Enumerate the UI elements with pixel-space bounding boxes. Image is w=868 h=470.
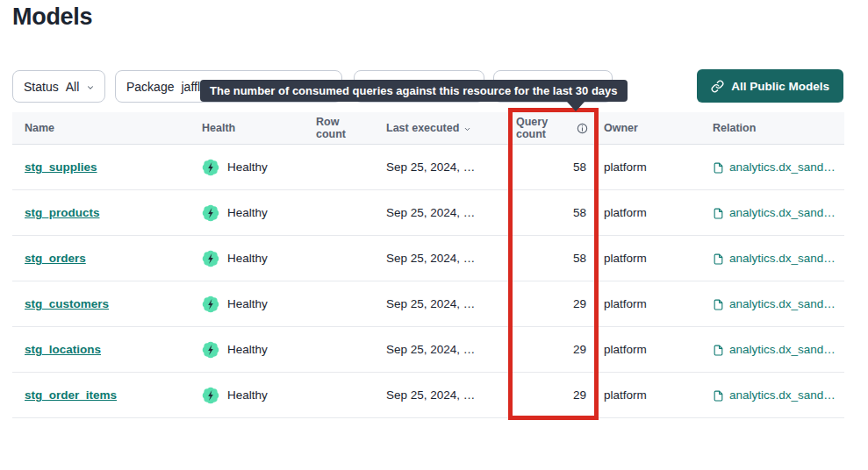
table-row: stg_order_items Healthy Sep 25, 2024, … (12, 373, 844, 418)
last-executed-value: Sep 25, 2024, … (370, 252, 514, 265)
model-name-link[interactable]: stg_supplies (25, 160, 97, 174)
health-label: Healthy (227, 252, 268, 265)
last-executed-value: Sep 25, 2024, … (370, 206, 514, 219)
last-executed-value: Sep 25, 2024, … (370, 343, 514, 356)
status-filter-dropdown[interactable]: Status All (12, 70, 105, 103)
healthy-badge-icon (202, 159, 219, 176)
column-header-relation: Relation (695, 122, 844, 134)
table-row: stg_locations Healthy Sep 25, 2024, … (12, 327, 844, 373)
relation-link[interactable]: analytics.dx_sand… (729, 388, 836, 402)
file-icon (713, 207, 724, 220)
relation-link[interactable]: analytics.dx_sand… (729, 343, 836, 356)
all-public-models-button[interactable]: All Public Models (697, 69, 843, 103)
health-label: Healthy (227, 160, 268, 174)
table-row: stg_products Healthy Sep 25, 2024, … (12, 190, 844, 236)
owner-value: platform (588, 343, 695, 356)
table-header-row: Name Health Row count Last executed Quer… (12, 112, 844, 145)
relation-link[interactable]: analytics.dx_sand… (729, 206, 836, 219)
query-count-value: 29 (514, 343, 588, 356)
health-label: Healthy (227, 388, 268, 402)
table-body: stg_supplies Healthy Sep 25, 2024, … (12, 145, 844, 418)
table-row: stg_orders Healthy Sep 25, 2024, … 5 (12, 236, 844, 281)
relation-link[interactable]: analytics.dx_sand… (729, 252, 836, 265)
model-name-link[interactable]: stg_order_items (25, 388, 117, 402)
package-filter-label: Package (126, 80, 174, 94)
file-icon (713, 389, 724, 402)
owner-value: platform (588, 297, 695, 310)
health-label: Healthy (227, 297, 268, 310)
owner-value: platform (588, 160, 695, 174)
file-icon (713, 161, 724, 174)
relation-link[interactable]: analytics.dx_sand… (729, 160, 836, 174)
info-icon[interactable] (577, 123, 588, 134)
query-count-value: 58 (514, 252, 588, 265)
models-table: Name Health Row count Last executed Quer… (12, 112, 844, 418)
owner-value: platform (588, 206, 695, 219)
relation-link[interactable]: analytics.dx_sand… (729, 297, 836, 310)
table-row: stg_supplies Healthy Sep 25, 2024, … (12, 145, 844, 190)
last-executed-value: Sep 25, 2024, … (370, 388, 514, 402)
table-row: stg_customers Healthy Sep 25, 2024, … (12, 281, 844, 327)
last-executed-value: Sep 25, 2024, … (370, 160, 514, 174)
query-count-value: 29 (514, 388, 588, 402)
file-icon (713, 298, 724, 311)
model-name-link[interactable]: stg_products (25, 206, 100, 219)
file-icon (713, 253, 724, 266)
query-count-value: 58 (514, 160, 588, 174)
page-title: Models (12, 4, 92, 31)
column-header-last-executed[interactable]: Last executed (370, 122, 514, 134)
healthy-badge-icon (202, 296, 219, 313)
column-header-owner: Owner (588, 122, 695, 134)
owner-value: platform (588, 388, 695, 402)
status-filter-value: All (66, 80, 80, 94)
healthy-badge-icon (202, 250, 219, 267)
sort-chevron-icon[interactable] (463, 125, 471, 133)
query-count-value: 29 (514, 297, 588, 310)
model-name-link[interactable]: stg_customers (25, 297, 109, 310)
file-icon (713, 344, 724, 357)
status-filter-label: Status (24, 80, 59, 94)
all-public-models-label: All Public Models (731, 80, 829, 93)
query-count-tooltip: The number of consumed queries against t… (200, 80, 628, 102)
link-icon (711, 80, 724, 93)
chevron-down-icon (86, 83, 95, 92)
health-label: Healthy (227, 343, 268, 356)
query-count-value: 58 (514, 206, 588, 219)
models-page: Models Status All Package jaffle_ All Pu… (0, 0, 868, 470)
column-header-health: Health (202, 122, 316, 134)
owner-value: platform (588, 252, 695, 265)
healthy-badge-icon (202, 341, 219, 359)
health-label: Healthy (227, 206, 268, 219)
last-executed-value: Sep 25, 2024, … (370, 297, 514, 310)
model-name-link[interactable]: stg_orders (25, 252, 86, 265)
column-header-row-count: Row count (316, 116, 370, 140)
column-header-query-count: Query count (514, 116, 588, 140)
tooltip-caret (567, 102, 585, 111)
healthy-badge-icon (202, 204, 219, 222)
column-header-name: Name (12, 122, 202, 134)
healthy-badge-icon (202, 387, 219, 404)
model-name-link[interactable]: stg_locations (25, 343, 101, 356)
